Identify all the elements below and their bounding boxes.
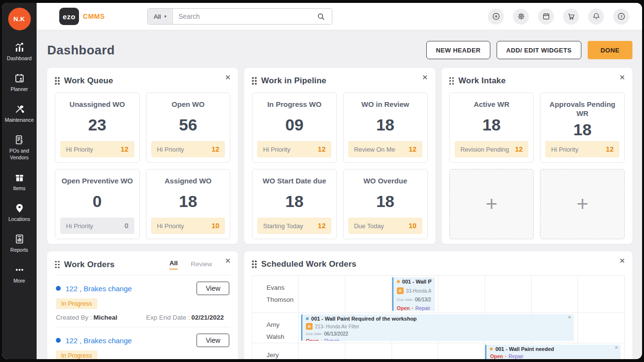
tab-all[interactable]: All	[170, 259, 178, 270]
stat-title: Open Preventive WO	[60, 177, 134, 186]
stat-title: Unassigned WO	[60, 100, 134, 109]
user-avatar[interactable]: N.K	[8, 8, 31, 30]
close-icon[interactable]: ✕	[568, 315, 571, 320]
schedule-row: Amy Walsh ✕ 001 - Wall Paint Required of…	[252, 313, 625, 343]
location-pin-icon	[14, 203, 25, 214]
asset-badge: A	[397, 287, 404, 294]
sidebar-item-items[interactable]: Items	[2, 172, 37, 192]
schedule-event[interactable]: ✕ 001 - Wall Paint Required of the works…	[301, 314, 574, 341]
settings-button[interactable]	[513, 9, 529, 25]
sidebar-item-label: Locations	[9, 216, 30, 222]
event-status: Open	[306, 338, 319, 341]
drag-handle-icon[interactable]	[55, 261, 60, 269]
add-new-button[interactable]	[488, 9, 504, 25]
status-badge: In Progress	[56, 350, 97, 359]
drag-handle-icon[interactable]	[252, 260, 257, 268]
drag-handle-icon[interactable]	[449, 77, 454, 85]
done-button[interactable]: DONE	[588, 41, 632, 59]
stat-card-wo-in-review[interactable]: WO in Review 18 Review On Me12	[343, 92, 428, 163]
close-icon[interactable]: ✕	[619, 257, 625, 265]
schedule-event[interactable]: ✕ 001 - Wall Paint needed Open•Repair	[485, 345, 620, 359]
view-button[interactable]: View	[197, 282, 229, 295]
chip-label: Starting Today	[263, 222, 303, 230]
close-icon[interactable]: ✕	[225, 73, 231, 82]
schedule-cell[interactable]	[578, 313, 625, 343]
sidebar-item-maintenance[interactable]: Maintenance	[2, 103, 37, 123]
help-button[interactable]: ?	[613, 9, 629, 25]
stat-card-wo-start-date-due[interactable]: WO Start Date due 18 Starting Today12	[252, 169, 337, 239]
calendar-button[interactable]	[538, 9, 554, 25]
stat-card-approvals-pending-wr[interactable]: Approvals Pending WR 18 Hi Priority12	[540, 92, 625, 163]
schedule-cell[interactable]	[532, 276, 578, 312]
cart-button[interactable]	[563, 9, 579, 25]
schedule-cell[interactable]	[299, 276, 345, 312]
sidebar-item-pos-vendors[interactable]: $ POs and Vendors	[2, 134, 37, 160]
widget-title: Work Intake	[459, 76, 506, 86]
app-window: N.K Dashboard Planner Maintenance	[2, 3, 642, 359]
sidebar-item-label: POs and Vendors	[2, 148, 37, 160]
schedule-cell[interactable]	[485, 276, 532, 312]
stat-card-in-progress-wo[interactable]: In Progress WO 09 Hi Priority12	[252, 92, 337, 163]
event-asset: 213- Honda Air Filter	[315, 324, 359, 329]
drag-handle-icon[interactable]	[252, 77, 257, 85]
new-header-button[interactable]: NEW HEADER	[426, 41, 490, 59]
schedule-cell[interactable]	[438, 276, 485, 312]
stat-card-open-wo[interactable]: Open WO 56 Hi Priority12	[146, 92, 231, 163]
stat-title: Active WR	[455, 100, 529, 109]
close-icon[interactable]: ✕	[225, 257, 231, 265]
event-type: Repair	[415, 305, 430, 311]
priority-chip: Due Today10	[348, 218, 422, 234]
schedule-cell[interactable]	[438, 343, 485, 359]
stat-title: WO in Review	[348, 100, 422, 109]
schedule-event[interactable]: ✕ 001 - Wall Pai... A33-Honda Air F.. Du…	[392, 277, 435, 311]
event-status: Open	[397, 305, 410, 311]
stat-card-assigned-wo[interactable]: Assigned WO 18 Hi Priority10	[146, 169, 231, 239]
stat-value: 18	[455, 116, 529, 134]
tab-review[interactable]: Review	[191, 260, 212, 270]
close-icon[interactable]: ✕	[422, 73, 428, 82]
event-title: 001 - Wall Paint Required of the worksho…	[311, 316, 417, 322]
work-order-link[interactable]: 122 , Brakes change	[66, 336, 132, 345]
add-edit-widgets-button[interactable]: ADD/ EDIT WIDGETS	[497, 41, 581, 59]
schedule-cell[interactable]	[345, 276, 392, 312]
search-input[interactable]	[173, 9, 311, 24]
schedule-cell[interactable]	[392, 343, 439, 359]
close-icon[interactable]: ✕	[619, 73, 625, 82]
schedule-cell[interactable]	[578, 276, 625, 312]
drag-handle-icon[interactable]	[55, 77, 60, 85]
notifications-button[interactable]	[588, 9, 604, 25]
reports-doc-icon	[14, 233, 25, 245]
stat-card-active-wr[interactable]: Active WR 18 Revision Pending12	[449, 92, 534, 163]
stat-card-unassigned-wo[interactable]: Unassigned WO 23 Hi Priority12	[55, 92, 140, 163]
add-widget-card-placeholder[interactable]: +	[449, 169, 534, 239]
search-scope-dropdown[interactable]: All ▾	[148, 9, 173, 24]
chip-value: 12	[318, 145, 326, 153]
schedule-cell[interactable]	[345, 343, 392, 359]
work-order-link[interactable]: 122 , Brakes change	[66, 284, 132, 293]
add-widget-card-placeholder[interactable]: +	[540, 169, 625, 239]
stat-value: 0	[60, 192, 134, 211]
priority-chip: Revision Pending12	[455, 141, 529, 157]
chip-value: 12	[318, 222, 326, 230]
svg-text:?: ?	[620, 14, 622, 19]
widget-work-queue: Work Queue ✕ Unassigned WO 23 Hi Priorit…	[47, 68, 238, 244]
chip-value: 10	[211, 222, 219, 230]
close-icon[interactable]: ✕	[615, 345, 618, 350]
sidebar-item-dashboard[interactable]: Dashboard	[2, 42, 37, 62]
chip-label: Due Today	[354, 222, 384, 230]
view-button[interactable]: View	[197, 334, 229, 347]
widget-scheduled-work-orders: Scheduled Work Orders ✕ Evans Thomson ✕ …	[244, 251, 632, 359]
ezo-logo: ezo	[59, 8, 79, 25]
stat-card-wo-overdue[interactable]: WO Overdue 18 Due Today10	[343, 169, 428, 239]
priority-chip: Starting Today12	[257, 218, 331, 234]
schedule-cell[interactable]	[299, 343, 345, 359]
sidebar-item-more[interactable]: More	[2, 264, 37, 284]
search-button[interactable]	[311, 9, 332, 24]
close-icon[interactable]: ✕	[429, 278, 433, 283]
search-scope-value: All	[154, 13, 161, 20]
sidebar-item-locations[interactable]: Locations	[2, 203, 37, 222]
assignee-name: Amy Walsh	[252, 313, 299, 343]
sidebar-item-planner[interactable]: Planner	[2, 73, 37, 92]
sidebar-item-reports[interactable]: Reports	[2, 233, 37, 253]
stat-card-open-preventive-wo[interactable]: Open Preventive WO 0 Hi Priority0	[55, 169, 140, 239]
